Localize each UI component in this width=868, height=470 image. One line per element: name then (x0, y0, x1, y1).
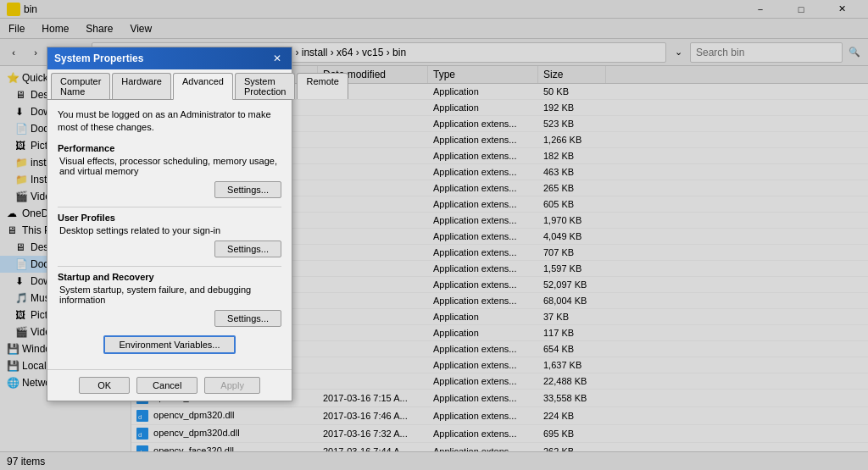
dialog-warning: You must be logged on as an Administrato… (58, 108, 281, 135)
tab-system-protection[interactable]: System Protection (235, 73, 296, 99)
tab-remote[interactable]: Remote (297, 73, 348, 99)
performance-settings-button[interactable]: Settings... (214, 181, 281, 198)
profiles-text: Desktop settings related to your sign-in (59, 225, 281, 235)
ok-button[interactable]: OK (79, 377, 130, 394)
dialog-close-button[interactable]: ✕ (270, 51, 285, 66)
tab-hardware[interactable]: Hardware (112, 73, 171, 99)
dialog-tabs: Computer Name Hardware Advanced System P… (47, 69, 292, 100)
tab-advanced[interactable]: Advanced (173, 73, 233, 100)
dialog-footer: OK Cancel Apply (47, 369, 292, 401)
dialog-title-bar: System Properties ✕ (47, 47, 292, 69)
dialog-overlay: System Properties ✕ Computer Name Hardwa… (0, 0, 868, 470)
startup-section: Startup and Recovery System startup, sys… (58, 272, 281, 327)
divider2 (58, 266, 281, 267)
performance-text: Visual effects, processor scheduling, me… (59, 156, 281, 176)
apply-button[interactable]: Apply (204, 377, 260, 394)
performance-title: Performance (58, 143, 281, 153)
startup-title: Startup and Recovery (58, 272, 281, 282)
tab-computer-name[interactable]: Computer Name (51, 73, 110, 99)
profiles-settings-button[interactable]: Settings... (214, 241, 281, 257)
divider1 (58, 207, 281, 207)
dialog-content: You must be logged on as an Administrato… (47, 100, 292, 369)
cancel-button[interactable]: Cancel (136, 377, 198, 394)
environment-variables-button[interactable]: Environment Variables... (103, 335, 235, 354)
user-profiles-section: User Profiles Desktop settings related t… (58, 213, 281, 257)
system-properties-dialog: System Properties ✕ Computer Name Hardwa… (47, 47, 292, 401)
performance-section: Performance Visual effects, processor sc… (58, 143, 281, 198)
profiles-title: User Profiles (58, 213, 281, 223)
startup-text: System startup, system failure, and debu… (59, 285, 281, 305)
dialog-title: System Properties (54, 53, 143, 64)
startup-settings-button[interactable]: Settings... (214, 310, 281, 327)
